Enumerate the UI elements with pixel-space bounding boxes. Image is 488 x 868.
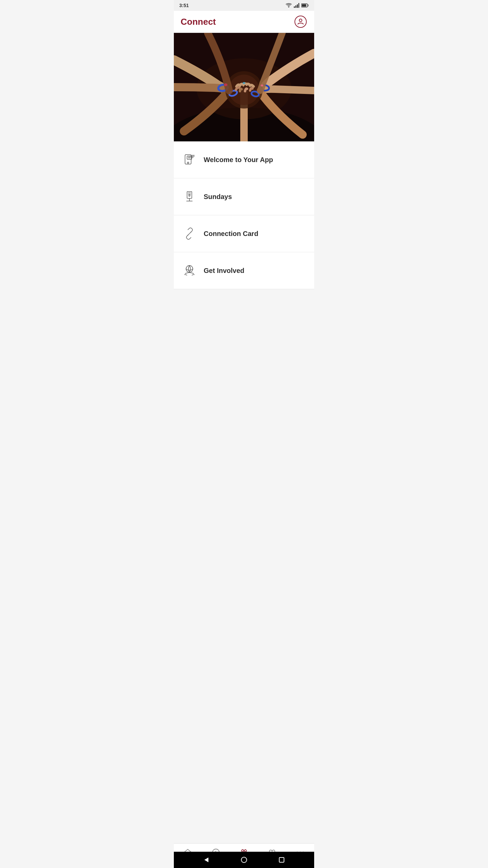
signal-icon bbox=[294, 3, 299, 8]
menu-item-welcome[interactable]: Welcome to Your App bbox=[174, 141, 314, 178]
menu-label-connection-card: Connection Card bbox=[204, 230, 258, 238]
svg-point-19 bbox=[243, 82, 245, 84]
profile-icon bbox=[294, 16, 307, 28]
svg-rect-6 bbox=[302, 4, 306, 7]
status-icons bbox=[286, 3, 309, 8]
svg-point-18 bbox=[261, 84, 263, 86]
svg-point-12 bbox=[229, 75, 259, 105]
phone-message-icon bbox=[181, 151, 198, 169]
svg-rect-4 bbox=[299, 3, 300, 8]
page-title: Connect bbox=[181, 17, 216, 27]
podium-icon bbox=[181, 188, 198, 205]
svg-point-0 bbox=[288, 6, 289, 7]
menu-label-welcome: Welcome to Your App bbox=[204, 156, 273, 164]
svg-point-34 bbox=[189, 195, 190, 196]
battery-icon bbox=[301, 3, 309, 7]
wifi-icon bbox=[286, 3, 292, 8]
profile-button[interactable] bbox=[294, 15, 307, 28]
menu-item-connection-card[interactable]: Connection Card bbox=[174, 215, 314, 252]
link-icon bbox=[181, 225, 198, 242]
svg-point-28 bbox=[187, 162, 189, 163]
menu-list: Welcome to Your App Sundays bbox=[174, 141, 314, 289]
menu-label-get-involved: Get Involved bbox=[204, 267, 244, 275]
svg-point-36 bbox=[186, 265, 193, 272]
svg-rect-2 bbox=[296, 5, 297, 8]
hero-image bbox=[174, 33, 314, 141]
svg-point-7 bbox=[299, 19, 302, 22]
svg-rect-3 bbox=[297, 4, 298, 8]
hero-svg bbox=[174, 33, 314, 141]
menu-item-get-involved[interactable]: Get Involved bbox=[174, 252, 314, 289]
svg-point-17 bbox=[224, 83, 227, 86]
svg-line-35 bbox=[187, 232, 191, 236]
top-header: Connect bbox=[174, 11, 314, 33]
status-bar: 3:51 bbox=[174, 0, 314, 11]
menu-item-sundays[interactable]: Sundays bbox=[174, 178, 314, 215]
svg-rect-1 bbox=[294, 6, 295, 8]
menu-label-sundays: Sundays bbox=[204, 193, 232, 201]
main-content: Welcome to Your App Sundays bbox=[174, 33, 314, 337]
status-time: 3:51 bbox=[179, 3, 189, 8]
globe-hand-icon bbox=[181, 262, 198, 279]
